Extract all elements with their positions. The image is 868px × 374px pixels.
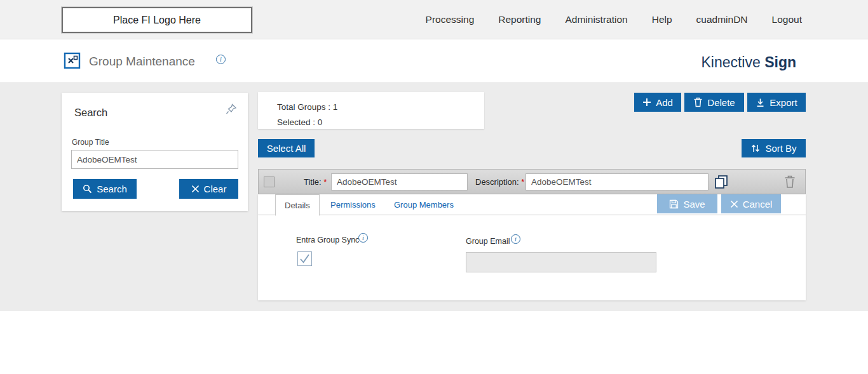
delete-button-label: Delete: [707, 97, 735, 108]
group-email-label: Group Email: [466, 237, 510, 246]
sort-by-button[interactable]: Sort By: [742, 139, 806, 157]
title-label: Title: *: [304, 177, 327, 187]
title-required-marker: *: [323, 177, 327, 187]
nav-help[interactable]: Help: [652, 14, 672, 25]
save-floppy-icon: [669, 199, 679, 209]
selected-count-text: Selected : 0: [277, 115, 484, 130]
header-bar: Group Maintenance i Kinective Sign: [0, 39, 868, 83]
top-bar: Place FI Logo Here Processing Reporting …: [0, 0, 868, 39]
search-panel: Search Group Title Search C: [62, 93, 248, 211]
total-groups-text: Total Groups : 1: [277, 100, 484, 115]
page: Place FI Logo Here Processing Reporting …: [0, 0, 868, 374]
search-button[interactable]: Search: [73, 179, 137, 199]
delete-button[interactable]: Delete: [684, 93, 744, 112]
entra-group-sync-label: Entra Group Sync: [296, 236, 359, 244]
download-icon: [756, 98, 765, 107]
tab-details[interactable]: Details: [275, 194, 320, 216]
group-detail-panel: Details Permissions Group Members Save C…: [258, 194, 806, 300]
copy-icon[interactable]: [714, 174, 729, 189]
sort-by-label: Sort By: [765, 143, 796, 154]
description-required-marker: *: [521, 177, 524, 187]
group-title-label: Group Title: [72, 138, 109, 147]
nav-processing[interactable]: Processing: [426, 14, 475, 25]
nav-logout[interactable]: Logout: [772, 14, 802, 25]
clear-x-icon: [191, 185, 200, 193]
checkmark-icon: [298, 252, 311, 265]
nav-user-cuadmindn[interactable]: cuadminDN: [696, 14, 748, 25]
fi-logo-placeholder: Place FI Logo Here: [62, 7, 252, 33]
brand-name: Kinective: [701, 54, 760, 70]
details-tab-content: Entra Group Sync i Group Email i: [258, 216, 806, 300]
tab-group-members[interactable]: Group Members: [394, 194, 454, 215]
content-area: Search Group Title Search C: [0, 83, 868, 311]
add-button-label: Add: [656, 97, 673, 108]
group-email-input[interactable]: [466, 252, 656, 272]
group-email-info-icon[interactable]: i: [511, 234, 520, 244]
brand-logo: Kinective Sign: [701, 54, 796, 71]
row-checkbox[interactable]: [264, 177, 275, 187]
entra-group-sync-info-icon[interactable]: i: [358, 233, 368, 243]
nav-administration[interactable]: Administration: [565, 14, 627, 25]
search-panel-title: Search: [74, 107, 107, 119]
cancel-button-label: Cancel: [743, 199, 773, 210]
fi-logo-text: Place FI Logo Here: [113, 15, 201, 26]
save-button-label: Save: [683, 199, 705, 210]
plus-icon: [642, 98, 651, 107]
cancel-x-icon: [730, 200, 738, 208]
tab-bar: Details Permissions Group Members Save C…: [258, 194, 806, 215]
nav-reporting[interactable]: Reporting: [498, 14, 541, 25]
tab-permissions[interactable]: Permissions: [330, 194, 376, 215]
description-label: Description: *: [475, 177, 524, 187]
select-all-label: Select All: [267, 143, 306, 154]
export-button-label: Export: [770, 97, 797, 108]
add-button[interactable]: Add: [634, 93, 681, 112]
sort-arrows-icon: [750, 144, 761, 153]
search-icon: [83, 184, 92, 194]
group-title-input[interactable]: [71, 150, 238, 169]
clear-button-label: Clear: [204, 184, 227, 194]
pin-icon[interactable]: [225, 103, 238, 116]
trash-icon: [693, 97, 703, 107]
export-button[interactable]: Export: [747, 93, 806, 112]
row-delete-icon[interactable]: [783, 175, 796, 189]
group-maintenance-icon: [64, 52, 81, 69]
clear-button[interactable]: Clear: [179, 179, 238, 199]
select-all-button[interactable]: Select All: [258, 139, 315, 157]
description-input[interactable]: [526, 173, 709, 190]
summary-box: Total Groups : 1 Selected : 0: [258, 92, 484, 129]
top-nav: Processing Reporting Administration Help…: [426, 0, 802, 39]
save-button[interactable]: Save: [657, 194, 717, 213]
brand-product: Sign: [764, 54, 796, 70]
title-input[interactable]: [331, 173, 468, 190]
search-button-label: Search: [97, 184, 127, 194]
entra-checkbox[interactable]: [297, 251, 312, 266]
cancel-button[interactable]: Cancel: [721, 194, 781, 213]
page-title-info-icon[interactable]: i: [216, 55, 226, 64]
page-title: Group Maintenance: [89, 55, 195, 69]
group-row: Title: * Description: *: [258, 169, 806, 194]
